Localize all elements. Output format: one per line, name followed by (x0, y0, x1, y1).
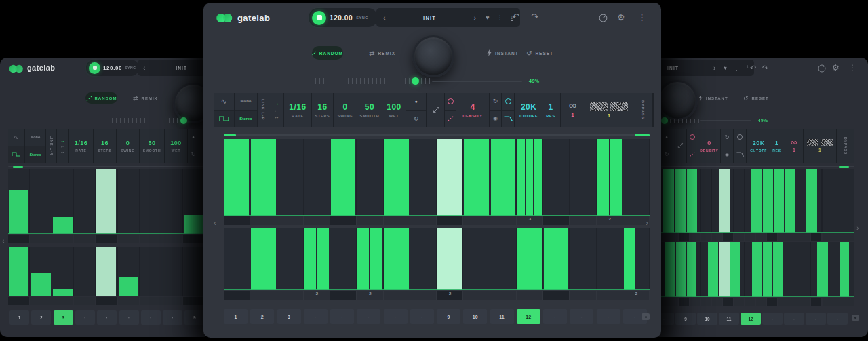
seq-strip-cell[interactable] (250, 291, 276, 300)
seq-strip-cell[interactable] (734, 298, 744, 306)
seq-bar[interactable] (53, 217, 73, 234)
seq-strip-cell[interactable] (96, 235, 117, 243)
seq-strip-cell[interactable] (811, 298, 821, 306)
sync-label[interactable]: SYNC (125, 66, 136, 70)
seq-step[interactable] (330, 139, 356, 216)
seq-step[interactable] (8, 169, 29, 234)
seq-step[interactable] (570, 228, 595, 290)
dot-mode-icon[interactable]: ● (188, 129, 199, 146)
seq-strip-cell[interactable] (384, 216, 410, 225)
download-icon[interactable]: ↓ (746, 64, 749, 71)
seq-bar[interactable] (184, 215, 203, 235)
step-button[interactable]: · (806, 313, 826, 325)
smooth-cell[interactable]: 50 SMOOTH (140, 129, 164, 163)
step-button[interactable]: · (570, 309, 593, 324)
step-button[interactable]: · (762, 313, 783, 325)
seq-step[interactable] (800, 242, 810, 297)
seq-step[interactable] (823, 169, 833, 233)
arrow-right-icon[interactable]: → (274, 100, 279, 106)
preset-name[interactable]: INIT (145, 66, 205, 71)
seq-step[interactable] (384, 228, 410, 290)
seq-step[interactable] (250, 139, 276, 216)
seq-strip-cell[interactable] (140, 235, 161, 243)
main-knob[interactable] (657, 80, 698, 121)
seq-bar[interactable] (357, 228, 369, 290)
seq-bar[interactable] (763, 242, 772, 297)
infinity-cell[interactable]: ∞ 1 (561, 93, 585, 127)
seq-bar[interactable] (517, 139, 525, 216)
seq-step[interactable] (410, 228, 436, 290)
arrow-both-icon[interactable]: ↔ (274, 114, 279, 120)
seq-step[interactable] (570, 139, 595, 216)
seq-bar[interactable] (774, 169, 784, 233)
next-preset-icon[interactable]: › (713, 64, 715, 72)
smooth-cell[interactable]: 50 SMOOTH (357, 93, 382, 127)
noise-swatch[interactable] (807, 139, 818, 146)
loop-mode-icon[interactable]: ↻ (188, 146, 199, 163)
seq-strip-cell[interactable] (679, 233, 689, 241)
density-cell[interactable]: 0 DENSITY (698, 129, 720, 163)
loop-mode-icon[interactable]: ↻ (660, 146, 673, 163)
loop-mode-icon[interactable]: ↻ (406, 110, 426, 127)
density-ring-icon[interactable] (445, 93, 456, 110)
variation-slider-ticks[interactable] (670, 119, 700, 123)
seq-strip-cell[interactable] (224, 216, 250, 225)
noise-cell[interactable]: 1 (585, 93, 633, 127)
gear-dot-icon[interactable]: ◉ (490, 110, 501, 127)
redo-icon[interactable]: ↷ (762, 64, 768, 73)
seq-step[interactable] (224, 139, 250, 216)
seq-step[interactable] (161, 247, 182, 296)
seq-bar[interactable] (624, 228, 635, 290)
step-button[interactable]: 1 (224, 309, 248, 324)
seq-bar[interactable] (806, 169, 817, 233)
seq-bar[interactable] (119, 277, 138, 296)
step-button[interactable]: 12 (517, 309, 540, 324)
seq-strip-cell[interactable] (690, 298, 700, 306)
seq-strip-cell[interactable] (789, 233, 800, 241)
seq-step[interactable] (517, 139, 542, 216)
step-button[interactable]: · (330, 309, 354, 324)
seq-strip-cell[interactable] (597, 291, 623, 300)
step-button[interactable]: · (119, 310, 139, 325)
seq-step[interactable] (789, 242, 800, 297)
redo-icon[interactable]: ↷ (531, 12, 538, 22)
arrow-left-icon[interactable]: ← (274, 107, 279, 113)
seq-bar[interactable] (491, 139, 515, 216)
seq-bar[interactable] (544, 228, 568, 290)
seq-step[interactable] (52, 169, 73, 234)
seq-strip-cell[interactable] (437, 216, 462, 225)
seq-step[interactable] (96, 169, 117, 234)
seq-bar[interactable] (9, 190, 28, 234)
seq-bar[interactable] (384, 228, 409, 290)
variation-slider-handle[interactable] (412, 77, 419, 85)
noise-swatch[interactable] (590, 102, 608, 111)
seq-bar[interactable] (331, 139, 355, 216)
seq-step[interactable] (183, 247, 204, 296)
remix-button[interactable]: ⇄ REMIX (369, 49, 395, 57)
seq-step[interactable] (8, 247, 29, 296)
noise-swatch[interactable] (610, 102, 628, 111)
seq-bar[interactable] (817, 242, 828, 297)
scatter-cell[interactable] (427, 93, 444, 127)
seq-step[interactable] (96, 247, 117, 296)
instant-button[interactable]: INSTANT (698, 95, 728, 101)
seq-strip-cell[interactable] (277, 216, 303, 225)
steps-cell[interactable]: 16 STEPS (312, 93, 333, 127)
seq-strip-cell[interactable] (304, 216, 330, 225)
seq-bar[interactable] (384, 139, 409, 216)
seq-strip-cell[interactable] (823, 233, 833, 241)
seq-strip-cell[interactable] (410, 291, 436, 300)
gear-dot-icon[interactable]: ◉ (721, 146, 733, 163)
cutoff-ring-icon[interactable] (502, 93, 514, 110)
seq-bar[interactable] (675, 169, 686, 233)
seq-strip-cell[interactable] (756, 233, 766, 241)
loop-icon[interactable]: ↻ (721, 129, 733, 146)
stereo-button[interactable]: Stereo (25, 146, 45, 163)
bypass-cell[interactable]: BYPASS (837, 129, 854, 163)
seq-strip-cell[interactable] (543, 291, 569, 300)
cutoff-param[interactable]: 20K CUTOFF (519, 102, 538, 118)
seq-strip-cell[interactable] (778, 233, 788, 241)
step-button[interactable]: 10 (697, 313, 717, 325)
seq-step[interactable] (543, 139, 569, 216)
rate-cell[interactable]: 1/16 RATE (284, 93, 311, 127)
